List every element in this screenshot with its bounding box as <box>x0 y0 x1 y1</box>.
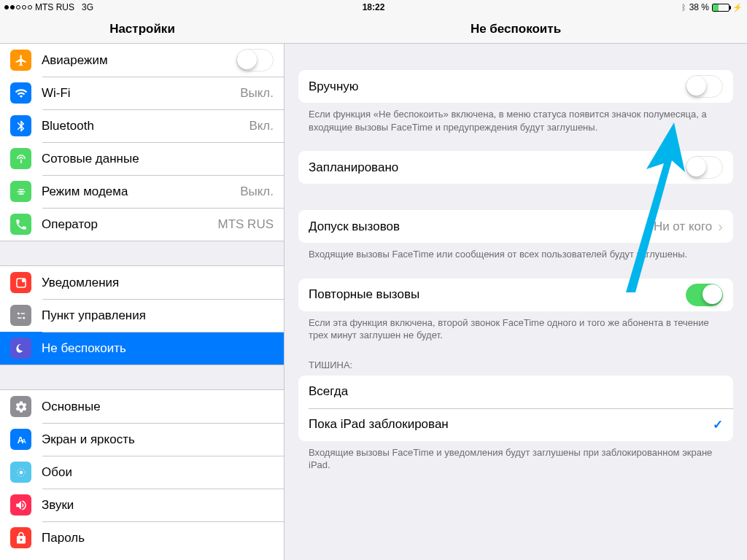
airplane-icon <box>10 50 31 71</box>
scheduled-label: Запланировано <box>309 160 686 175</box>
sidebar-item-notifications[interactable]: Уведомления <box>0 266 284 299</box>
sidebar-item-wallpaper[interactable]: Обои <box>0 456 284 489</box>
sidebar-item-value: MTS RUS <box>218 217 274 232</box>
repeat-label: Повторные вызовы <box>309 287 686 302</box>
sidebar-item-sounds[interactable]: Звуки <box>0 489 284 521</box>
scheduled-row[interactable]: Запланировано <box>298 151 733 184</box>
sidebar-item-label: Уведомления <box>42 276 274 290</box>
display-icon: AA <box>10 429 31 450</box>
repeat-toggle[interactable] <box>686 284 723 306</box>
sidebar-item-label: Пароль <box>42 531 274 545</box>
sidebar-item-label: Оператор <box>42 217 218 232</box>
bluetooth-icon <box>10 115 31 136</box>
sidebar-item-bluetooth[interactable]: BluetoothВкл. <box>0 109 284 142</box>
checkmark-icon: ✓ <box>713 417 723 432</box>
battery-icon <box>712 4 729 12</box>
allow-calls-value: Ни от кого <box>654 219 712 234</box>
sidebar-item-hotspot[interactable]: Режим модемаВыкл. <box>0 175 284 208</box>
passcode-icon <box>10 527 31 548</box>
sidebar-item-value: Вкл. <box>249 119 274 133</box>
silence-header: Тишина: <box>298 359 733 376</box>
sounds-icon <box>10 494 31 516</box>
svg-point-5 <box>23 316 25 319</box>
charging-icon: ⚡ <box>732 3 743 12</box>
sidebar-item-label: Обои <box>42 465 274 480</box>
sidebar-item-label: Основные <box>42 400 274 414</box>
sidebar-item-label: Не беспокоить <box>42 341 274 356</box>
repeat-footer: Если эта функция включена, второй звонок… <box>298 311 733 342</box>
airplane-toggle[interactable] <box>236 49 274 71</box>
manual-toggle[interactable] <box>686 75 723 98</box>
detail-title: Не беспокоить <box>285 15 747 43</box>
clock-label: 18:22 <box>363 2 385 12</box>
general-icon <box>10 396 31 417</box>
sidebar-item-passcode[interactable]: Пароль <box>0 521 284 554</box>
signal-icon <box>4 5 32 9</box>
dnd-icon <box>10 338 31 359</box>
settings-sidebar[interactable]: АвиарежимWi-FiВыкл.BluetoothВкл.Сотовые … <box>0 44 285 560</box>
repeat-row[interactable]: Повторные вызовы <box>298 279 733 311</box>
sidebar-item-carrier[interactable]: ОператорMTS RUS <box>0 208 284 241</box>
hotspot-icon <box>10 181 31 202</box>
silence-option-row[interactable]: Всегда <box>298 376 733 408</box>
sidebar-title: Настройки <box>0 15 285 43</box>
bluetooth-icon: ᛒ <box>681 3 686 12</box>
svg-point-3 <box>17 312 19 314</box>
battery-pct-label: 38 % <box>689 2 709 12</box>
nav-headers: Настройки Не беспокоить <box>0 15 747 44</box>
allow-calls-label: Допуск вызовов <box>309 219 654 234</box>
chevron-right-icon: › <box>718 218 723 235</box>
silence-option-row[interactable]: Пока iPad заблокирован✓ <box>298 408 733 441</box>
svg-point-2 <box>21 279 25 282</box>
svg-text:A: A <box>21 438 26 444</box>
sidebar-item-value: Выкл. <box>240 184 274 199</box>
controlcenter-icon <box>10 305 31 326</box>
sidebar-item-label: Пункт управления <box>42 308 274 323</box>
wallpaper-icon <box>10 462 31 483</box>
notifications-icon <box>10 272 31 293</box>
status-bar: MTS RUS 3G 18:22 ᛒ 38 % ⚡ <box>0 0 747 15</box>
sidebar-item-label: Wi-Fi <box>42 86 240 101</box>
svg-point-9 <box>19 470 23 474</box>
sidebar-item-label: Звуки <box>42 498 274 513</box>
allow-calls-row[interactable]: Допуск вызовов Ни от кого › <box>298 210 733 243</box>
svg-rect-4 <box>20 313 25 314</box>
sidebar-item-cellular[interactable]: Сотовые данные <box>0 142 284 175</box>
manual-footer: Если функция «Не беспокоить» включена, в… <box>298 103 733 133</box>
carrier-icon <box>10 214 31 235</box>
sidebar-item-airplane[interactable]: Авиарежим <box>0 44 284 77</box>
allow-calls-footer: Входящие вызовы FaceTime или сообщения о… <box>298 243 733 261</box>
sidebar-item-display[interactable]: AAЭкран и яркость <box>0 423 284 456</box>
silence-option-label: Пока iPad заблокирован <box>309 417 713 432</box>
svg-point-0 <box>20 190 22 192</box>
sidebar-separator <box>0 365 284 390</box>
silence-option-label: Всегда <box>309 384 723 399</box>
sidebar-separator <box>0 241 284 266</box>
cellular-icon <box>10 148 31 169</box>
sidebar-item-wifi[interactable]: Wi-FiВыкл. <box>0 77 284 109</box>
manual-row[interactable]: Вручную <box>298 70 733 103</box>
sidebar-item-label: Экран и яркость <box>42 432 274 447</box>
svg-rect-6 <box>17 317 21 319</box>
carrier-label: MTS RUS <box>35 2 74 12</box>
sidebar-item-label: Сотовые данные <box>42 152 274 166</box>
manual-label: Вручную <box>309 79 686 94</box>
sidebar-item-label: Bluetooth <box>42 119 249 133</box>
detail-pane[interactable]: Вручную Если функция «Не беспокоить» вкл… <box>285 44 747 560</box>
sidebar-item-label: Режим модема <box>42 184 240 199</box>
wifi-icon <box>10 82 31 104</box>
scheduled-toggle[interactable] <box>686 156 723 179</box>
silence-footer: Входящие вызовы FaceTime и уведомления б… <box>298 441 733 472</box>
sidebar-item-value: Выкл. <box>240 86 274 101</box>
sidebar-item-dnd[interactable]: Не беспокоить <box>0 332 284 365</box>
network-type-label: 3G <box>82 2 93 12</box>
sidebar-item-label: Авиарежим <box>42 53 236 68</box>
annotation-arrow-icon <box>611 121 692 296</box>
sidebar-item-general[interactable]: Основные <box>0 390 284 423</box>
sidebar-item-controlcenter[interactable]: Пункт управления <box>0 299 284 332</box>
